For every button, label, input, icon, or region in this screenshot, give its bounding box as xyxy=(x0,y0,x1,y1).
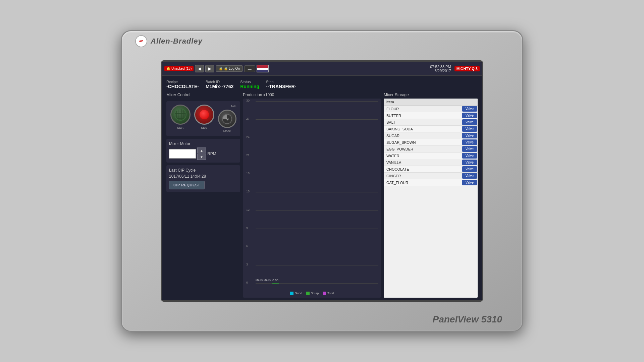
valve-butter-button[interactable]: Valve xyxy=(462,113,477,118)
rpm-input[interactable]: 10.00 xyxy=(169,149,196,159)
production-panel: Production x1000 30 27 24 21 18 xyxy=(243,93,381,298)
valve-vanilla-button[interactable]: Valve xyxy=(462,160,477,165)
valve-flour-button[interactable]: Valve xyxy=(462,106,477,112)
panel-top-bar: AB Allen-Bradley xyxy=(135,35,509,47)
stop-button-icon xyxy=(200,110,209,119)
item-ginger: GINGER xyxy=(384,173,462,179)
toolbar: 🔔 Unacked (13) ◀ ▶ 🔒 🔒 Log On ▬ 07:52:33… xyxy=(162,62,482,76)
batch-label: Batch ID xyxy=(206,80,233,84)
mode-button[interactable]: ◎ xyxy=(218,110,236,128)
storage-row-butter: BUTTER Valve xyxy=(384,112,478,119)
flag-icon[interactable] xyxy=(257,65,269,72)
stop-label: Stop xyxy=(201,126,207,129)
storage-row-oat-flour: OAT_FLOUR Valve xyxy=(384,179,478,186)
storage-row-vanilla: VANILLA Valve xyxy=(384,159,478,166)
valve-sugar-brown-button[interactable]: Valve xyxy=(462,139,477,145)
storage-table-header: Item xyxy=(384,99,478,106)
mixer-storage-title: Mixer Storage xyxy=(384,93,478,97)
legend-total-label: Total xyxy=(327,292,334,295)
legend-scrap: Scrap xyxy=(306,292,319,295)
app-logo: MIGHTY Q 3 xyxy=(454,66,480,71)
main-content: Recipe -CHOCOLATE- Batch ID M1Mix--7762 … xyxy=(162,76,482,300)
panel-model: PanelView 5310 xyxy=(432,314,502,325)
step-info: Step --TRANSFER- xyxy=(266,80,296,89)
chart-legend: Good Scrap Total xyxy=(246,290,378,295)
legend-good: Good xyxy=(290,292,302,295)
storage-row-salt: SALT Valve xyxy=(384,119,478,126)
log-on-button[interactable]: 🔒 🔒 Log On xyxy=(216,65,243,72)
toolbar-time: 07:52:33 PM 8/29/2017 xyxy=(430,65,451,73)
valve-salt-button[interactable]: Valve xyxy=(462,119,477,125)
mode-button-icon: ◎ xyxy=(222,114,232,124)
nav-forward-button[interactable]: ▶ xyxy=(205,65,214,72)
rpm-up-button[interactable]: ▲ xyxy=(197,147,206,154)
start-label: Start xyxy=(177,126,183,129)
valve-oat-flour-button[interactable]: Valve xyxy=(462,180,477,185)
mixer-buttons-area: Start Stop Auto xyxy=(166,101,240,136)
mode-button-group: Auto ◎ Mode xyxy=(218,105,236,133)
alarm-label: Unacked xyxy=(171,67,184,70)
stop-button[interactable] xyxy=(194,105,214,125)
recipe-label: Recipe xyxy=(166,80,199,84)
item-water: WATER xyxy=(384,153,462,159)
item-butter: BUTTER xyxy=(384,113,462,119)
nav-back-button[interactable]: ◀ xyxy=(195,65,204,72)
stop-button-group: Stop xyxy=(194,105,214,133)
step-value: --TRANSFER- xyxy=(266,84,296,89)
item-egg-powder: EGG_POWDER xyxy=(384,146,462,152)
chart-area: 30 27 24 21 18 15 12 9 6 3 xyxy=(243,99,381,298)
legend-total: Total xyxy=(323,292,334,295)
screen-bezel: 🔔 Unacked (13) ◀ ▶ 🔒 🔒 Log On ▬ 07:52:33… xyxy=(161,60,483,302)
legend-scrap-label: Scrap xyxy=(311,292,319,295)
status-info: Status Running xyxy=(240,80,259,89)
hmi-screen: 🔔 Unacked (13) ◀ ▶ 🔒 🔒 Log On ▬ 07:52:33… xyxy=(162,62,482,300)
valve-water-button[interactable]: Valve xyxy=(462,153,477,159)
rpm-unit: RPM xyxy=(207,152,216,156)
valve-sugar-button[interactable]: Valve xyxy=(462,133,477,138)
valve-baking-soda-button[interactable]: Valve xyxy=(462,126,477,132)
mode-label: Mode xyxy=(223,129,231,133)
date-display: 8/29/2017 xyxy=(430,69,451,73)
alarm-button[interactable]: 🔔 Unacked (13) xyxy=(164,66,194,71)
start-button[interactable] xyxy=(170,105,191,125)
batch-value: M1Mix--7762 xyxy=(206,84,233,89)
start-button-group: Start xyxy=(170,105,191,133)
log-on-label: 🔒 Log On xyxy=(224,67,240,70)
mixer-control-panel: Mixer Control Start xyxy=(166,93,240,298)
storage-row-water: WATER Valve xyxy=(384,153,478,159)
valve-ginger-button[interactable]: Valve xyxy=(462,173,477,179)
legend-scrap-icon xyxy=(306,292,310,295)
storage-row-ginger: GINGER Valve xyxy=(384,173,478,179)
status-label: Status xyxy=(240,80,259,84)
item-baking-soda: BAKING_SODA xyxy=(384,126,462,132)
panel-brand: Allen-Bradley xyxy=(151,37,203,46)
valve-chocolate-button[interactable]: Valve xyxy=(462,166,477,172)
valve-egg-powder-button[interactable]: Valve xyxy=(462,146,477,152)
item-flour: FLOUR xyxy=(384,106,462,112)
batch-info: Batch ID M1Mix--7762 xyxy=(206,80,233,89)
legend-good-icon xyxy=(290,292,293,295)
mixer-storage-panel: Mixer Storage Item FLOUR Valve BU xyxy=(384,93,478,298)
display-button[interactable]: ▬ xyxy=(244,65,255,72)
storage-row-chocolate: CHOCOLATE Valve xyxy=(384,166,478,173)
storage-row-flour: FLOUR Valve xyxy=(384,106,478,112)
item-vanilla: VANILLA xyxy=(384,160,462,166)
bar-purple-value: 26.50 xyxy=(264,278,271,282)
item-sugar-brown: SUGAR_BROWN xyxy=(384,139,462,145)
panel-outer: AB Allen-Bradley PanelView 5310 🔔 Unacke… xyxy=(121,30,523,332)
rpm-control: 10.00 ▲ ▼ RPM xyxy=(169,147,237,160)
rpm-down-button[interactable]: ▼ xyxy=(197,154,206,160)
legend-total-icon xyxy=(323,292,326,295)
mixer-motor-section: Mixer Motor 10.00 ▲ ▼ RPM xyxy=(166,139,240,163)
storage-row-sugar-brown: SUGAR_BROWN Valve xyxy=(384,139,478,146)
alarm-bell-icon: 🔔 xyxy=(166,67,170,70)
storage-row-baking-soda: BAKING_SODA Valve xyxy=(384,126,478,132)
recipe-info: Recipe -CHOCOLATE- xyxy=(166,80,199,89)
cip-request-button[interactable]: CIP REQUEST xyxy=(169,181,205,189)
production-title: Production x1000 xyxy=(243,93,381,97)
alarm-count: (13) xyxy=(185,67,192,70)
storage-table: Item FLOUR Valve BUTTER Valve xyxy=(384,99,478,298)
item-column-header: Item xyxy=(386,100,394,104)
bar-group-1: 26.50 26.50 0.00 xyxy=(256,283,375,284)
panels-row: Mixer Control Start xyxy=(166,93,478,298)
